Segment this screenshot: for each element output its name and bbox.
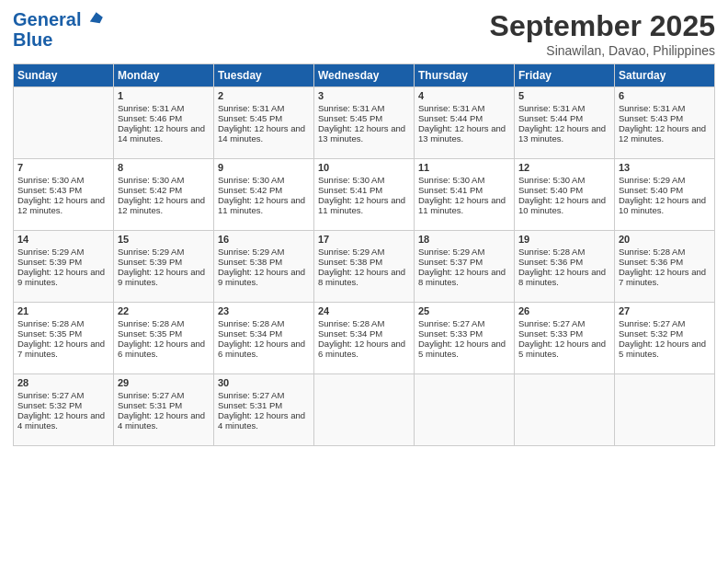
sunset-text: Sunset: 5:36 PM bbox=[619, 257, 683, 267]
sunrise-text: Sunrise: 5:29 AM bbox=[118, 247, 184, 257]
header-cell-saturday: Saturday bbox=[615, 64, 715, 87]
day-cell: 7Sunrise: 5:30 AMSunset: 5:43 PMDaylight… bbox=[14, 159, 114, 231]
sunset-text: Sunset: 5:41 PM bbox=[318, 185, 382, 195]
daylight-text: Daylight: 12 hours and 14 minutes. bbox=[118, 123, 205, 144]
daylight-text: Daylight: 12 hours and 9 minutes. bbox=[218, 267, 305, 287]
title-block: September 2025 Sinawilan, Davao, Philipp… bbox=[490, 9, 715, 58]
daylight-text: Daylight: 12 hours and 8 minutes. bbox=[318, 267, 405, 287]
day-cell: 18Sunrise: 5:29 AMSunset: 5:37 PMDayligh… bbox=[415, 231, 515, 303]
day-number: 18 bbox=[418, 234, 510, 245]
sunrise-text: Sunrise: 5:30 AM bbox=[318, 175, 384, 185]
day-number: 14 bbox=[17, 234, 109, 245]
calendar-header-row: SundayMondayTuesdayWednesdayThursdayFrid… bbox=[14, 64, 715, 87]
sunrise-text: Sunrise: 5:31 AM bbox=[318, 103, 384, 113]
sunset-text: Sunset: 5:41 PM bbox=[418, 185, 483, 195]
daylight-text: Daylight: 12 hours and 6 minutes. bbox=[118, 339, 205, 359]
sunset-text: Sunset: 5:42 PM bbox=[118, 185, 182, 195]
day-cell: 2Sunrise: 5:31 AMSunset: 5:45 PMDaylight… bbox=[214, 87, 314, 159]
day-cell: 9Sunrise: 5:30 AMSunset: 5:42 PMDaylight… bbox=[214, 159, 314, 231]
sunrise-text: Sunrise: 5:28 AM bbox=[218, 318, 284, 328]
day-number: 9 bbox=[218, 162, 310, 173]
month-title: September 2025 bbox=[490, 9, 715, 43]
day-cell: 13Sunrise: 5:29 AMSunset: 5:40 PMDayligh… bbox=[615, 159, 715, 231]
sunset-text: Sunset: 5:39 PM bbox=[118, 257, 182, 267]
day-number: 1 bbox=[118, 90, 210, 101]
sunset-text: Sunset: 5:34 PM bbox=[218, 328, 282, 339]
sunrise-text: Sunrise: 5:30 AM bbox=[518, 175, 585, 185]
sunset-text: Sunset: 5:34 PM bbox=[318, 328, 382, 339]
day-number: 8 bbox=[118, 162, 210, 173]
sunset-text: Sunset: 5:46 PM bbox=[118, 113, 182, 123]
sunrise-text: Sunrise: 5:30 AM bbox=[118, 175, 184, 185]
day-cell: 12Sunrise: 5:30 AMSunset: 5:40 PMDayligh… bbox=[515, 159, 615, 231]
day-number: 16 bbox=[218, 234, 310, 245]
daylight-text: Daylight: 12 hours and 13 minutes. bbox=[518, 123, 606, 144]
day-cell: 8Sunrise: 5:30 AMSunset: 5:42 PMDaylight… bbox=[114, 159, 214, 231]
daylight-text: Daylight: 12 hours and 12 minutes. bbox=[619, 123, 706, 144]
daylight-text: Daylight: 12 hours and 11 minutes. bbox=[218, 195, 305, 215]
logo: General Blue bbox=[13, 9, 105, 50]
daylight-text: Daylight: 12 hours and 12 minutes. bbox=[118, 195, 205, 215]
day-cell: 14Sunrise: 5:29 AMSunset: 5:39 PMDayligh… bbox=[14, 231, 114, 303]
sunrise-text: Sunrise: 5:28 AM bbox=[619, 247, 685, 257]
day-number: 24 bbox=[318, 305, 410, 316]
sunrise-text: Sunrise: 5:31 AM bbox=[118, 103, 184, 113]
day-cell: 22Sunrise: 5:28 AMSunset: 5:35 PMDayligh… bbox=[114, 303, 214, 374]
day-number: 17 bbox=[318, 234, 410, 245]
day-number: 29 bbox=[118, 377, 210, 388]
sunset-text: Sunset: 5:39 PM bbox=[17, 257, 82, 267]
daylight-text: Daylight: 12 hours and 10 minutes. bbox=[518, 195, 606, 215]
day-number: 12 bbox=[518, 162, 610, 173]
sunset-text: Sunset: 5:35 PM bbox=[17, 328, 82, 339]
day-cell: 29Sunrise: 5:27 AMSunset: 5:31 PMDayligh… bbox=[114, 374, 214, 446]
daylight-text: Daylight: 12 hours and 9 minutes. bbox=[118, 267, 205, 287]
daylight-text: Daylight: 12 hours and 8 minutes. bbox=[518, 267, 606, 287]
header-cell-thursday: Thursday bbox=[415, 64, 515, 87]
day-cell: 26Sunrise: 5:27 AMSunset: 5:33 PMDayligh… bbox=[515, 303, 615, 374]
day-number: 6 bbox=[619, 90, 711, 101]
daylight-text: Daylight: 12 hours and 13 minutes. bbox=[318, 123, 405, 144]
day-cell bbox=[314, 374, 415, 446]
daylight-text: Daylight: 12 hours and 5 minutes. bbox=[418, 339, 506, 359]
daylight-text: Daylight: 12 hours and 12 minutes. bbox=[17, 195, 105, 215]
week-row-2: 14Sunrise: 5:29 AMSunset: 5:39 PMDayligh… bbox=[14, 231, 715, 303]
daylight-text: Daylight: 12 hours and 11 minutes. bbox=[418, 195, 506, 215]
sunset-text: Sunset: 5:40 PM bbox=[619, 185, 683, 195]
sunrise-text: Sunrise: 5:31 AM bbox=[619, 103, 685, 113]
daylight-text: Daylight: 12 hours and 8 minutes. bbox=[418, 267, 506, 287]
day-number: 7 bbox=[17, 162, 109, 173]
sunset-text: Sunset: 5:42 PM bbox=[218, 185, 282, 195]
daylight-text: Daylight: 12 hours and 6 minutes. bbox=[318, 339, 405, 359]
location-title: Sinawilan, Davao, Philippines bbox=[490, 43, 715, 58]
sunrise-text: Sunrise: 5:29 AM bbox=[318, 247, 384, 257]
day-cell: 15Sunrise: 5:29 AMSunset: 5:39 PMDayligh… bbox=[114, 231, 214, 303]
sunrise-text: Sunrise: 5:29 AM bbox=[418, 247, 484, 257]
sunrise-text: Sunrise: 5:27 AM bbox=[619, 318, 685, 328]
header-cell-monday: Monday bbox=[114, 64, 214, 87]
sunset-text: Sunset: 5:37 PM bbox=[418, 257, 483, 267]
week-row-4: 28Sunrise: 5:27 AMSunset: 5:32 PMDayligh… bbox=[14, 374, 715, 446]
sunrise-text: Sunrise: 5:30 AM bbox=[218, 175, 284, 185]
sunset-text: Sunset: 5:45 PM bbox=[218, 113, 282, 123]
day-number: 5 bbox=[518, 90, 610, 101]
sunrise-text: Sunrise: 5:30 AM bbox=[17, 175, 84, 185]
page-container: General Blue September 2025 Sinawilan, D… bbox=[0, 0, 728, 455]
day-cell: 30Sunrise: 5:27 AMSunset: 5:31 PMDayligh… bbox=[214, 374, 314, 446]
day-number: 27 bbox=[619, 305, 711, 316]
sunset-text: Sunset: 5:32 PM bbox=[17, 400, 82, 410]
day-number: 13 bbox=[619, 162, 711, 173]
day-number: 19 bbox=[518, 234, 610, 245]
daylight-text: Daylight: 12 hours and 10 minutes. bbox=[619, 195, 706, 215]
sunset-text: Sunset: 5:40 PM bbox=[518, 185, 583, 195]
day-number: 23 bbox=[218, 305, 310, 316]
sunrise-text: Sunrise: 5:27 AM bbox=[17, 390, 84, 400]
sunrise-text: Sunrise: 5:27 AM bbox=[418, 318, 484, 328]
day-number: 21 bbox=[17, 305, 109, 316]
daylight-text: Daylight: 12 hours and 4 minutes. bbox=[118, 410, 205, 431]
day-cell: 19Sunrise: 5:28 AMSunset: 5:36 PMDayligh… bbox=[515, 231, 615, 303]
daylight-text: Daylight: 12 hours and 5 minutes. bbox=[518, 339, 606, 359]
day-cell bbox=[14, 87, 114, 159]
sunset-text: Sunset: 5:38 PM bbox=[318, 257, 382, 267]
header: General Blue September 2025 Sinawilan, D… bbox=[13, 9, 715, 58]
daylight-text: Daylight: 12 hours and 4 minutes. bbox=[218, 410, 305, 431]
